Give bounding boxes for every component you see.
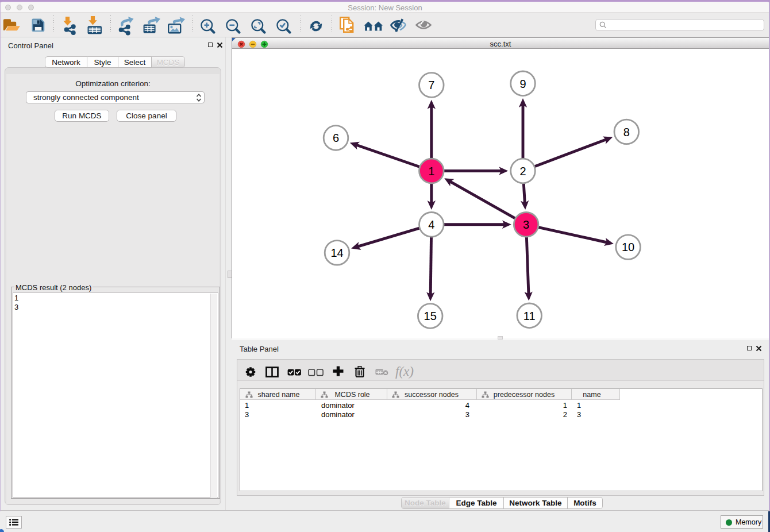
svg-text:8: 8 (623, 126, 630, 138)
svg-text:15: 15 (424, 310, 437, 322)
svg-text:11: 11 (523, 310, 536, 322)
svg-text:2: 2 (519, 165, 526, 178)
svg-text:4: 4 (428, 218, 434, 231)
svg-text:6: 6 (333, 132, 339, 144)
svg-text:7: 7 (428, 79, 434, 91)
svg-text:10: 10 (622, 241, 634, 253)
svg-text:3: 3 (523, 218, 529, 231)
svg-text:14: 14 (330, 246, 343, 259)
svg-text:1: 1 (428, 165, 434, 178)
svg-text:9: 9 (519, 78, 526, 90)
